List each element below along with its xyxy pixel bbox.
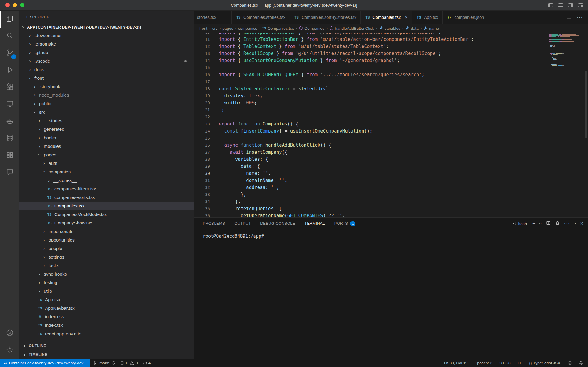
panel-tab-ports[interactable]: PORTS1: [334, 218, 356, 229]
line-number[interactable]: 13: [194, 50, 219, 57]
customize-layout-icon[interactable]: [578, 3, 583, 7]
breadcrumb-variables[interactable]: variables: [379, 26, 400, 31]
terminal-dropdown-icon[interactable]: ›: [538, 223, 543, 224]
panel-more-actions-icon[interactable]: ···: [564, 221, 570, 227]
tree-file-index-tsx[interactable]: TSindex.tsx: [19, 321, 194, 329]
tree-folder-vscode[interactable]: ›.vscode: [19, 57, 194, 65]
new-terminal-icon[interactable]: +: [532, 221, 536, 227]
tree-folder-stories[interactable]: ›__stories__: [19, 176, 194, 185]
line-number[interactable]: 24: [194, 128, 219, 135]
tree-folder-github[interactable]: ›.github: [19, 48, 194, 57]
line-number[interactable]: 15: [194, 64, 219, 71]
scrollbar-thumb[interactable]: [585, 71, 587, 138]
tab-app-tsx[interactable]: TSApp.tsx: [412, 11, 442, 24]
tree-folder-storybook[interactable]: ›.storybook: [19, 82, 194, 91]
tree-folder-pages[interactable]: ›pages: [19, 150, 194, 159]
line-number[interactable]: 26: [194, 142, 219, 149]
line-number[interactable]: 28: [194, 156, 219, 163]
ports-status[interactable]: 4: [143, 361, 151, 365]
code-line-18[interactable]: 18const StyledTableContainer = styled.di…: [194, 85, 549, 92]
line-number[interactable]: 36: [194, 212, 219, 217]
line-number[interactable]: 20: [194, 99, 219, 106]
tree-file-companies-filters-tsx[interactable]: TScompanies-filters.tsx: [19, 185, 194, 193]
code-line-31[interactable]: 31 domainName: '',: [194, 177, 549, 184]
code-line-15[interactable]: 15: [194, 64, 549, 71]
line-number[interactable]: 22: [194, 113, 219, 120]
code-line-24[interactable]: 24 const [insertCompany] = useInsertOneC…: [194, 128, 549, 135]
code-editor[interactable]: 10import { WithTopBarContainer } from '@…: [194, 33, 588, 217]
code-line-11[interactable]: 11import { EntityTableActionBar } from '…: [194, 36, 549, 43]
terminal[interactable]: root@0a42ecd84891:/app#: [194, 229, 588, 359]
close-tab-icon[interactable]: ×: [405, 14, 408, 20]
code-line-34[interactable]: 34 },: [194, 198, 549, 205]
tree-folder-tasks[interactable]: ›tasks: [19, 261, 194, 270]
terminal-shell[interactable]: bash: [512, 221, 527, 227]
database-button[interactable]: [0, 130, 19, 147]
toggle-secondary-sidebar-icon[interactable]: [568, 3, 573, 7]
kill-terminal-icon[interactable]: [555, 221, 560, 227]
tab-companies-sortby-stories-tsx[interactable]: TSCompanies.sortBy.stories.tsx: [290, 11, 361, 24]
code-line-17[interactable]: 17: [194, 78, 549, 85]
breadcrumb-pages[interactable]: pages: [222, 26, 233, 31]
source-control-button[interactable]: 1: [0, 45, 19, 62]
tree-folder-src[interactable]: ›src: [19, 108, 194, 116]
code-line-21[interactable]: 21`;: [194, 106, 549, 113]
tree-file-companies-sorts-tsx[interactable]: TScompanies-sorts.tsx: [19, 193, 194, 202]
tree-folder-testing[interactable]: ›testing: [19, 278, 194, 287]
code-line-29[interactable]: 29 data: {: [194, 163, 549, 170]
line-number[interactable]: 30: [194, 170, 219, 177]
breadcrumb-companies[interactable]: Companies: [299, 26, 324, 31]
panel-tab-problems[interactable]: PROBLEMS: [203, 218, 225, 229]
search-button[interactable]: [0, 28, 19, 45]
tree-folder-ergomake[interactable]: ›.ergomake: [19, 40, 194, 48]
tree-folder-stories[interactable]: ›__stories__: [19, 116, 194, 125]
code-line-23[interactable]: 23export function Companies() {: [194, 120, 549, 128]
code-line-10[interactable]: 10import { WithTopBarContainer } from '@…: [194, 33, 549, 36]
line-number[interactable]: 25: [194, 135, 219, 142]
notifications-status[interactable]: [579, 361, 583, 365]
eol-status[interactable]: LF: [518, 361, 522, 365]
more-actions-icon[interactable]: ···: [577, 14, 583, 20]
breadcrumb-front[interactable]: front: [199, 26, 207, 31]
code-line-25[interactable]: 25: [194, 135, 549, 142]
tree-folder-people[interactable]: ›people: [19, 244, 194, 253]
tree-folder-sync-hooks[interactable]: ›sync-hooks: [19, 270, 194, 278]
run-and-debug-button[interactable]: [0, 62, 19, 79]
timeline-section[interactable]: › TIMELINE: [19, 350, 194, 359]
tree-folder-hooks[interactable]: ›hooks: [19, 133, 194, 142]
chat-button[interactable]: [0, 164, 19, 181]
tree-file-companiesmockmode-tsx[interactable]: TSCompaniesMockMode.tsx: [19, 210, 194, 219]
tab-companies-json[interactable]: {}companies.json: [443, 11, 489, 24]
tree-file-react-app-env-d-ts[interactable]: TSreact-app-env.d.ts: [19, 329, 194, 338]
panel-tab-debug-console[interactable]: DEBUG CONSOLE: [260, 218, 295, 229]
code-line-35[interactable]: 35 refetchQueries: [: [194, 205, 549, 212]
encoding-status[interactable]: UTF-8: [499, 361, 510, 365]
code-line-36[interactable]: 36 getOperationName(GET_COMPANIES) ?? ''…: [194, 212, 549, 217]
tree-folder-settings[interactable]: ›settings: [19, 253, 194, 261]
tree-file-appnavbar-tsx[interactable]: TSAppNavbar.tsx: [19, 304, 194, 312]
breadcrumb-companies-tsx[interactable]: TSCompanies.tsx: [262, 26, 294, 31]
tree-folder-impersonate[interactable]: ›impersonate: [19, 227, 194, 236]
tab-companies-stories-tsx[interactable]: TSCompanies.stories.tsx: [232, 11, 290, 24]
explorer-more-actions-icon[interactable]: ···: [181, 14, 187, 20]
code-line-19[interactable]: 19 display: flex;: [194, 92, 549, 99]
line-number[interactable]: 11: [194, 36, 219, 43]
split-editor-icon[interactable]: [567, 14, 572, 20]
line-number[interactable]: 33: [194, 191, 219, 198]
line-number[interactable]: 19: [194, 92, 219, 99]
language-mode-status[interactable]: {} TypeScript JSX: [529, 361, 560, 365]
extensions-button[interactable]: [0, 79, 19, 96]
tab-companies-tsx[interactable]: TSCompanies.tsx×: [361, 11, 412, 24]
line-number[interactable]: 29: [194, 163, 219, 170]
breadcrumb-name[interactable]: name: [423, 26, 439, 31]
line-number[interactable]: 21: [194, 106, 219, 113]
accounts-button[interactable]: [0, 325, 19, 342]
tree-folder-companies[interactable]: ›companies: [19, 167, 194, 176]
line-number[interactable]: 23: [194, 120, 219, 128]
tree-folder-docs[interactable]: ›docs: [19, 65, 194, 74]
split-terminal-icon[interactable]: [546, 221, 551, 227]
tree-folder-devcontainer[interactable]: ›.devcontainer: [19, 31, 194, 40]
line-number[interactable]: 17: [194, 78, 219, 85]
line-number[interactable]: 14: [194, 57, 219, 64]
toggle-panel-icon[interactable]: [558, 3, 563, 7]
